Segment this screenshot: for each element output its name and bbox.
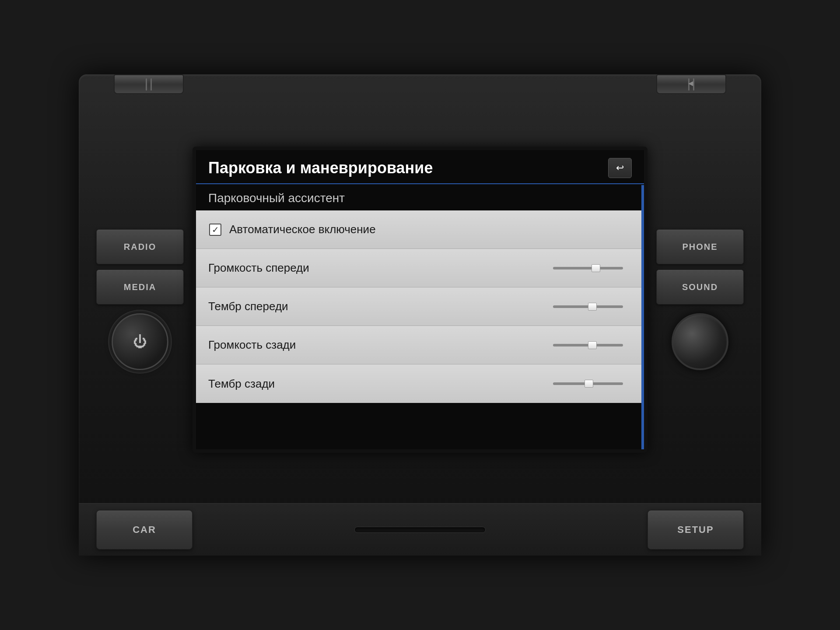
bottom-panel: CAR SETUP xyxy=(79,503,761,556)
screen-header: Парковка и маневрирование ↩ xyxy=(196,150,644,184)
scroll-bar[interactable] xyxy=(641,185,644,449)
left-buttons: RADIO MEDIA xyxy=(96,229,184,304)
power-icon: ⏻ xyxy=(133,334,147,350)
car-radio-unit: RADIO MEDIA ⏻ Парковка и маневрирование … xyxy=(79,74,761,556)
setup-button[interactable]: SETUP xyxy=(648,510,744,550)
cd-slot xyxy=(354,527,486,533)
checkbox-auto-on[interactable]: ✓ xyxy=(208,223,222,237)
menu-item-tone-rear[interactable]: Тембр сзади xyxy=(196,364,644,403)
slider-track-tone-rear xyxy=(553,382,623,385)
checkbox-checked-icon: ✓ xyxy=(209,224,221,236)
power-knob[interactable]: ⏻ xyxy=(112,313,168,370)
slider-track-volume-rear xyxy=(553,344,623,346)
screen: Парковка и маневрирование ↩ Парковочный … xyxy=(196,150,644,449)
back-button[interactable]: ↩ xyxy=(608,158,632,178)
slider-track-volume-front xyxy=(553,267,623,270)
menu-item-volume-rear-label: Громкость сзади xyxy=(208,338,553,352)
section-header: Парковочный ассистент xyxy=(196,184,644,210)
menu-items: ✓ Автоматическое включение Громкость спе… xyxy=(196,210,644,449)
radio-button[interactable]: RADIO xyxy=(96,229,184,264)
right-section: PHONE SOUND xyxy=(656,229,744,370)
volume-knob[interactable] xyxy=(672,313,728,370)
right-buttons: PHONE SOUND xyxy=(656,229,744,304)
menu-item-volume-front[interactable]: Громкость спереди xyxy=(196,249,644,287)
sound-button[interactable]: SOUND xyxy=(656,270,744,304)
slider-thumb-tone-front xyxy=(588,303,597,311)
back-icon: ↩ xyxy=(616,162,624,174)
media-button[interactable]: MEDIA xyxy=(96,270,184,304)
screen-container: Парковка и маневрирование ↩ Парковочный … xyxy=(192,147,648,453)
main-panel: RADIO MEDIA ⏻ Парковка и маневрирование … xyxy=(79,101,761,503)
bottom-center xyxy=(192,527,648,533)
phone-button[interactable]: PHONE xyxy=(656,229,744,264)
menu-item-tone-front[interactable]: Тембр спереди xyxy=(196,287,644,326)
car-button[interactable]: CAR xyxy=(96,510,192,550)
top-knob-right[interactable] xyxy=(656,74,726,94)
slider-volume-front[interactable] xyxy=(553,267,632,270)
menu-item-auto-on[interactable]: ✓ Автоматическое включение xyxy=(196,210,644,249)
top-knobs-row xyxy=(79,74,761,101)
slider-thumb-tone-rear xyxy=(584,380,593,388)
menu-item-volume-front-label: Громкость спереди xyxy=(208,261,553,275)
menu-item-volume-rear[interactable]: Громкость сзади xyxy=(196,326,644,364)
menu-item-tone-front-label: Тембр спереди xyxy=(208,300,553,313)
menu-item-tone-rear-label: Тембр сзади xyxy=(208,377,553,391)
left-section: RADIO MEDIA ⏻ xyxy=(96,229,184,370)
slider-tone-front[interactable] xyxy=(553,305,632,308)
slider-volume-rear[interactable] xyxy=(553,344,632,346)
screen-title: Парковка и маневрирование xyxy=(208,159,433,177)
slider-tone-rear[interactable] xyxy=(553,382,632,385)
slider-track-tone-front xyxy=(553,305,623,308)
menu-item-auto-on-label: Автоматическое включение xyxy=(229,223,632,236)
slider-thumb-volume-front xyxy=(592,264,600,272)
slider-thumb-volume-rear xyxy=(588,341,597,349)
top-knob-left[interactable] xyxy=(114,74,184,94)
